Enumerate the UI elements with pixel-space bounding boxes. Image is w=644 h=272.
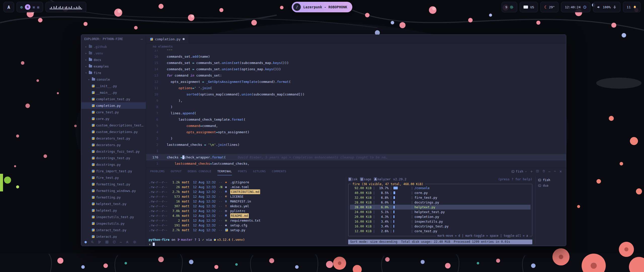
updates-widget[interactable]: 9	[502, 2, 517, 12]
kill-terminal-icon[interactable]	[542, 169, 545, 174]
tree-item-inspectutils-py[interactable]: inspectutils.py	[81, 220, 146, 227]
tree-item-docstrings-py[interactable]: docstrings.py	[81, 161, 146, 168]
dua-row-helptext-test-py[interactable]: 24.00 KiB|5.1%||helptext_test.py	[350, 210, 531, 214]
tree-item-core-test-py[interactable]: core_test.py	[81, 109, 146, 115]
panel-tab-terminal[interactable]: TERMINAL	[217, 168, 232, 175]
tree-item-fire[interactable]: ▾fire	[81, 70, 146, 76]
code-line[interactable]: 17 """	[146, 50, 566, 53]
more-actions-icon[interactable]: ⋯	[141, 37, 143, 41]
tree-item-examples[interactable]: ▸examples	[81, 63, 146, 70]
panel-tab-output[interactable]: OUTPUT	[171, 168, 182, 175]
tree-item-helptext-py[interactable]: helptext.py	[81, 207, 146, 214]
tree-item-interact-py[interactable]: interact.py	[81, 233, 146, 238]
tree-item-formatting-test-py[interactable]: formatting_test.py	[81, 181, 146, 187]
account-icon[interactable]	[126, 240, 129, 244]
tree-item-init-py[interactable]: __init__.py	[81, 83, 146, 89]
maximize-panel-icon[interactable]	[553, 170, 556, 174]
tree-item-decorators-test-py[interactable]: decorators_test.py	[81, 135, 146, 142]
launcher-button[interactable]: A	[4, 2, 14, 12]
code-line[interactable]: 5 command=command,	[146, 123, 566, 129]
terminal-profile[interactable]: fish	[511, 170, 527, 173]
tree-item-formatting-py[interactable]: formatting.py	[81, 194, 146, 200]
sync-icon[interactable]	[112, 240, 116, 244]
weather-widget[interactable]: ☾ 29°	[540, 2, 558, 12]
tree-item-decorators-py[interactable]: decorators.py	[81, 142, 146, 148]
tree-item-interact-test-py[interactable]: interact_test.py	[81, 227, 146, 233]
tree-item-completion-test-py[interactable]: completion_test.py	[81, 96, 146, 102]
tree-item-formatting-windows-py[interactable]: formatting_windows.py	[81, 187, 146, 194]
code-line[interactable]: 1	[146, 148, 566, 154]
code-line[interactable]: 14 commands_set = commands_set.union(set…	[146, 66, 566, 72]
tree-item-docstrings-test-py[interactable]: docstrings_test.py	[81, 155, 146, 161]
tree-item-venv[interactable]: ▸.venv	[81, 50, 146, 56]
extensions-icon[interactable]	[105, 240, 109, 244]
terminal-instance-dua[interactable]: dua	[538, 183, 565, 188]
shell-input-line[interactable]: ›	[149, 242, 344, 246]
settings-gear-icon[interactable]	[133, 240, 136, 244]
tree-item-completion-py[interactable]: completion.py	[81, 102, 146, 109]
panel-tab-gitlens[interactable]: GITLENS	[253, 168, 266, 175]
workspace-icon-3[interactable]: ▣	[33, 5, 35, 9]
code-line[interactable]: 176 checks = check_wrapper.format(David …	[146, 154, 566, 160]
search-icon[interactable]	[91, 240, 94, 244]
code-line[interactable]: 9 ),	[146, 97, 566, 104]
code-line[interactable]: 1 lastcommand_checks=lastcommand_checks,	[146, 160, 566, 167]
code-line[interactable]: 16 commands_set.add(name)	[146, 53, 566, 60]
terminal-dua[interactable]: DiskUsageAnalyzer v2.29.2 (press ? for h…	[346, 176, 532, 244]
notifications-widget[interactable]: 11	[623, 2, 640, 12]
workspace-icon-4[interactable]: ▦	[37, 5, 39, 9]
tab-completion-py[interactable]: completion.py	[146, 35, 189, 43]
dua-row-core-test-py[interactable]: 12.00 KiB|2.6%||core_test.py	[350, 229, 531, 233]
tree-item-main-py[interactable]: __main__.py	[81, 89, 146, 96]
source-control-icon[interactable]	[98, 240, 101, 244]
code-line[interactable]: 10 sorted(options_map[command].union(sub…	[146, 91, 566, 97]
modified-dot-icon[interactable]	[183, 38, 185, 40]
workspaces-widget[interactable]: ◎ N ▣ ▦	[17, 2, 43, 12]
code-line[interactable]: 15 commands_set = commands_set.union(set…	[146, 60, 566, 66]
tree-item-helptext-test-py[interactable]: helptext_test.py	[81, 200, 146, 207]
panel-more-icon[interactable]: ⋯	[548, 170, 550, 174]
dua-row-fire-test-py[interactable]: 32.00 KiB|6.8%||fire_test.py	[350, 195, 531, 200]
tree-item-github[interactable]: ▸.github	[81, 43, 146, 50]
workspace-icon-1[interactable]: ◎	[20, 5, 23, 9]
tree-item-docstrings-fuzz-test-py[interactable]: docstrings_fuzz_test.py	[81, 148, 146, 155]
code-line[interactable]: 12 opts_assignment = _GetOptsAssignmentT…	[146, 79, 566, 85]
tree-item-docs[interactable]: ▸docs	[81, 56, 146, 63]
code-line[interactable]: 3 )	[146, 135, 566, 142]
tree-item-console[interactable]: ▸console	[81, 76, 146, 83]
dua-row-completion-py[interactable]: 20.00 KiB|4.3%||completion.py	[350, 214, 531, 219]
terminal-fish[interactable]: .rw-r--r--1.2kmatt12 Aug 12:32--◆.gitign…	[149, 176, 344, 244]
panel-tab-problems[interactable]: PROBLEMS	[150, 168, 165, 175]
dua-row-core-py[interactable]: 40.00 KiB|8.5%||core.py	[350, 190, 531, 195]
code-line[interactable]: 7 lines.append(	[146, 110, 566, 116]
dua-row-docstrings-test-py[interactable]: 16.00 KiB|3.4%||docstrings_test.py	[350, 224, 531, 229]
tree-item-fire-import-test-py[interactable]: fire_import_test.py	[81, 168, 146, 174]
audio-widget[interactable]: 100%	[593, 2, 620, 12]
panel-tab-ports[interactable]: PORTS	[238, 168, 247, 175]
tree-item-core-py[interactable]: core.py	[81, 115, 146, 122]
keyboard-layout-widget[interactable]: US	[520, 2, 538, 12]
close-panel-icon[interactable]: ×	[559, 169, 562, 174]
workspace-active[interactable]: N	[25, 4, 30, 10]
code-line[interactable]: 2 lastcommand_checks = '\n'.join(lines)	[146, 142, 566, 148]
tree-item-custom-descriptions-test[interactable]: custom_descriptions_test…	[81, 122, 146, 128]
code-line[interactable]: 13 for command in commands_set:	[146, 72, 566, 79]
code-line[interactable]: 6 lastcommand_check_template.format(	[146, 116, 566, 123]
audio-visualizer-widget[interactable]	[46, 2, 86, 12]
tree-item-inspectutils-test-py[interactable]: inspectutils_test.py	[81, 214, 146, 220]
panel-tab-comments[interactable]: COMMENTS	[272, 168, 287, 175]
dua-row-docstrings-py[interactable]: 28.00 KiB|6.0%||docstrings.py	[350, 200, 531, 205]
code-editor[interactable]: 17 """16 commands_set.add(name)15 comman…	[146, 50, 566, 167]
dua-row-inspectutils-py[interactable]: 16.00 KiB|3.4%||inspectutils.py	[350, 219, 531, 224]
split-terminal-icon[interactable]	[536, 169, 539, 174]
dua-row-helptext-py[interactable]: 28.00 KiB|6.0%||helptext.py	[350, 205, 531, 210]
clock-widget[interactable]: 12:40:24	[561, 2, 590, 12]
dua-menu-item-disk[interactable]: Disk	[348, 177, 357, 182]
panel-tab-debug-console[interactable]: DEBUG CONSOLE	[188, 168, 211, 175]
code-line[interactable]: 8 )	[146, 104, 566, 110]
code-line[interactable]: 4 opts_assignment=opts_assignment)	[146, 129, 566, 135]
new-terminal-icon[interactable]: +	[530, 169, 533, 174]
breadcrumb[interactable]: no elements	[146, 44, 566, 50]
dua-menu-item-usage[interactable]: Usage	[360, 177, 371, 182]
media-player-widget[interactable]: ♪ Lazerpunk - ROBOPHONK	[292, 2, 352, 12]
